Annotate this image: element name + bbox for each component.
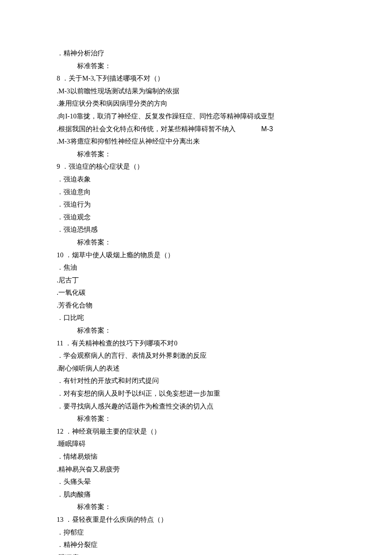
line-text: 11 ．有关精神检查的技巧下列哪项不对0 bbox=[57, 339, 177, 347]
line-text: ．头痛头晕 bbox=[57, 478, 91, 485]
line-text: ．精神分裂症 bbox=[57, 541, 98, 548]
line-text: 标准答案： bbox=[77, 150, 111, 158]
line-text: ．有针对性的开放式和封闭式提问 bbox=[57, 377, 159, 384]
text-line: ．肌肉酸痛 bbox=[57, 488, 339, 501]
line-text: ．情绪易烦恼 bbox=[57, 453, 98, 460]
line-text: ．要寻找病人感兴趣的话题作为检查性交谈的切入点 bbox=[57, 403, 213, 410]
line-text: 标准答案： bbox=[77, 415, 111, 422]
line-text: ．口比咤 bbox=[57, 314, 84, 321]
line-text: .M-3将癔症和抑郁性神经症从神经症中分离出来 bbox=[57, 138, 200, 145]
line-text: .尼古丁 bbox=[57, 276, 79, 284]
text-line: ．强迫表象 bbox=[57, 173, 339, 186]
line-text: 12 ．神经衰弱最主要的症状是（） bbox=[57, 428, 161, 435]
line-text: .睡眠障碍 bbox=[57, 440, 86, 447]
text-line: .M-3将癔症和抑郁性神经症从神经症中分离出来 bbox=[57, 135, 339, 148]
line-text: 8 ．关于M-3,下列描述哪项不对（） bbox=[57, 75, 164, 82]
text-line: ．抑郁症 bbox=[57, 526, 339, 539]
text-line: ．焦油 bbox=[57, 261, 339, 274]
text-line: ．强迫观念 bbox=[57, 211, 339, 224]
text-line: 11 ．有关精神检查的技巧下列哪项不对0 bbox=[57, 337, 339, 350]
line-text: ．抑郁症 bbox=[57, 529, 84, 536]
line-text: ．强迫行为 bbox=[57, 201, 91, 208]
line-text: ．强迫意向 bbox=[57, 188, 91, 196]
line-text: 标准答案： bbox=[77, 62, 111, 69]
text-line: ．对有妄想的病人及时予以纠正，以免妄想进一步加重 bbox=[57, 387, 339, 400]
line-text: ．对有妄想的病人及时予以纠正，以免妄想进一步加重 bbox=[57, 390, 220, 397]
text-line: ．口比咤 bbox=[57, 311, 339, 324]
text-line: .向I-10靠拢，取消了神经症、反复发作躁狂症、同性恋等精神障碍或亚型 bbox=[57, 110, 339, 123]
text-line: 标准答案： bbox=[57, 412, 339, 425]
text-line: ．强迫意向 bbox=[57, 186, 339, 198]
text-line: ．精神分裂症 bbox=[57, 538, 339, 551]
line-text: 标准答案： bbox=[77, 503, 111, 510]
line-text: ．强迫观念 bbox=[57, 213, 91, 221]
line-text: .向I-10靠拢，取消了神经症、反复发作躁狂症、同性恋等精神障碍或亚型 bbox=[57, 112, 274, 120]
line-text: .M-3以前瞻性现场测试结果为编制的依据 bbox=[57, 87, 179, 95]
text-line: 标准答案： bbox=[57, 500, 339, 513]
text-line: ．强迫行为 bbox=[57, 198, 339, 211]
text-line: 标准答案： bbox=[57, 236, 339, 249]
line-text: ．强迫表象 bbox=[57, 175, 91, 183]
text-line: 标准答案： bbox=[57, 60, 339, 72]
text-line: .尼古丁 bbox=[57, 274, 339, 287]
line-text: 13 ．昼轻夜重是什么疾病的特点（） bbox=[57, 516, 167, 523]
text-line: .一氧化碳 bbox=[57, 286, 339, 299]
line-text: ．强迫恐惧感 bbox=[57, 226, 98, 233]
line-text: .根据我国的社会文化特点和传统，对某些精神障碍暂不纳入 bbox=[57, 125, 236, 132]
line-text: ．精神分析治疗 bbox=[57, 49, 104, 57]
text-line: .兼用症状分类和病因病理分类的方向 bbox=[57, 97, 339, 110]
text-line: ．强迫恐惧感 bbox=[57, 223, 339, 236]
line-text: 标准答案： bbox=[77, 239, 111, 246]
text-line: .躁狂症 bbox=[57, 551, 339, 555]
text-line: 标准答案： bbox=[57, 148, 339, 161]
text-line: .睡眠障碍 bbox=[57, 437, 339, 450]
text-line: ．情绪易烦恼 bbox=[57, 450, 339, 463]
line-text: .耐心倾听病人的表述 bbox=[57, 365, 120, 372]
text-line: 9 ．强迫症的核心症状是（） bbox=[57, 160, 339, 173]
text-line: ．头痛头晕 bbox=[57, 475, 339, 488]
line-text: .一氧化碳 bbox=[57, 289, 86, 296]
text-line: .精神易兴奋又易疲劳 bbox=[57, 463, 339, 476]
text-line: 12 ．神经衰弱最主要的症状是（） bbox=[57, 425, 339, 438]
text-line: ．精神分析治疗 bbox=[57, 47, 339, 60]
text-line: .芳香化合物 bbox=[57, 299, 339, 312]
line-text: .精神易兴奋又易疲劳 bbox=[57, 466, 120, 473]
line-text: ．肌肉酸痛 bbox=[57, 491, 91, 498]
line-text: 10 ．烟草中使人吸烟上瘾的物质是（） bbox=[57, 251, 174, 259]
line-text: ．学会观察病人的言行、表情及对外界刺激的反应 bbox=[57, 352, 207, 359]
text-line: ．学会观察病人的言行、表情及对外界刺激的反应 bbox=[57, 349, 339, 362]
text-line: 13 ．昼轻夜重是什么疾病的特点（） bbox=[57, 513, 339, 526]
text-line: ．要寻找病人感兴趣的话题作为检查性交谈的切入点 bbox=[57, 400, 339, 413]
line-text: ．焦油 bbox=[57, 264, 77, 271]
line-text: .芳香化合物 bbox=[57, 302, 92, 309]
text-line: 标准答案： bbox=[57, 324, 339, 337]
text-line: 8 ．关于M-3,下列描述哪项不对（） bbox=[57, 72, 339, 85]
line-text: .兼用症状分类和病因病理分类的方向 bbox=[57, 100, 167, 107]
text-line: .耐心倾听病人的表述 bbox=[57, 362, 339, 375]
text-line: ．有针对性的开放式和封闭式提问 bbox=[57, 374, 339, 387]
line-right-text: M-3 bbox=[261, 123, 273, 135]
line-text: 9 ．强迫症的核心症状是（） bbox=[57, 163, 144, 170]
line-text: 标准答案： bbox=[77, 327, 111, 334]
text-line: .根据我国的社会文化特点和传统，对某些精神障碍暂不纳入M-3 bbox=[57, 123, 339, 135]
text-line: .M-3以前瞻性现场测试结果为编制的依据 bbox=[57, 85, 339, 98]
text-line: 10 ．烟草中使人吸烟上瘾的物质是（） bbox=[57, 249, 339, 262]
document-body: ．精神分析治疗标准答案：8 ．关于M-3,下列描述哪项不对（）.M-3以前瞻性现… bbox=[57, 47, 339, 555]
